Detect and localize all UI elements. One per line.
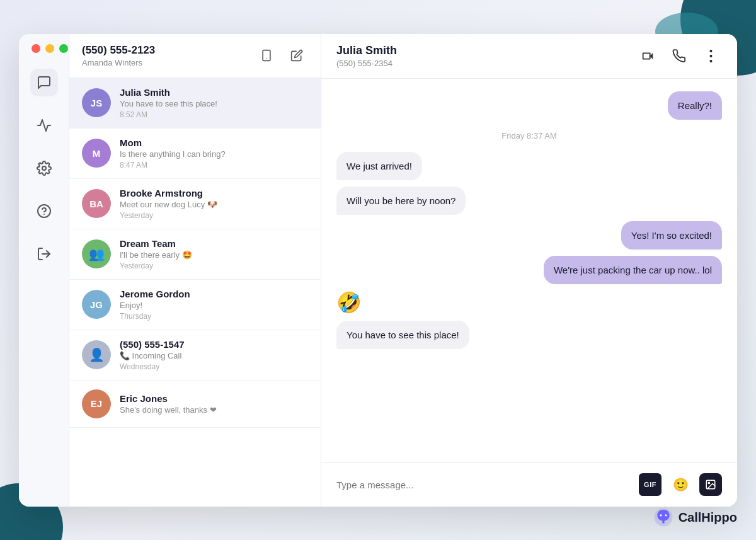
message-emoji: 🤣 — [336, 290, 362, 314]
conv-name-mom: Mom — [120, 137, 308, 148]
avatar-dream-team: 👥 — [82, 239, 111, 268]
sidebar-item-logout[interactable] — [30, 240, 58, 268]
avatar-jerome-gordon: JG — [82, 290, 111, 319]
conversations-panel: (550) 555-2123 Amanda Winters — [69, 34, 321, 507]
conv-name-eric-jones: Eric Jones — [120, 393, 308, 404]
video-call-button[interactable] — [636, 45, 659, 67]
conv-preview-julia-smith: You have to see this place! — [120, 99, 308, 108]
chat-panel: Julia Smith (550) 555-2354 ⋮ — [321, 34, 737, 507]
svg-point-10 — [665, 514, 667, 516]
conversations-header-info: (550) 555-2123 Amanda Winters — [82, 44, 155, 67]
dialpad-icon[interactable] — [255, 44, 278, 67]
message-noon: Will you be here by noon? — [336, 187, 466, 215]
sidebar-item-messages[interactable] — [30, 69, 58, 96]
conv-name-dream-team: Dream Team — [120, 238, 308, 249]
sidebar-item-activity[interactable] — [30, 112, 58, 139]
conv-details-jerome-gordon: Jerome Gordon Enjoy! Thursday — [120, 289, 308, 321]
conversations-list: JS Julia Smith You have to see this plac… — [69, 78, 321, 507]
chat-header: Julia Smith (550) 555-2354 ⋮ — [321, 34, 737, 79]
conv-time-unknown-caller: Wednesday — [120, 362, 308, 371]
conv-name-unknown-caller: (550) 555-1547 — [120, 339, 308, 350]
window-maximize-btn[interactable] — [59, 44, 68, 53]
conv-details-dream-team: Dream Team I'll be there early 🤩 Yesterd… — [120, 238, 308, 270]
conv-preview-brooke-armstrong: Meet our new dog Lucy 🐶 — [120, 200, 308, 209]
sidebar-item-settings[interactable] — [30, 154, 58, 182]
chat-contact-phone: (550) 555-2354 — [336, 59, 397, 68]
message-input[interactable] — [336, 480, 631, 490]
message-see-place: You have to see this place! — [336, 321, 469, 349]
avatar-eric-jones: EJ — [82, 389, 111, 418]
conv-preview-dream-team: I'll be there early 🤩 — [120, 250, 308, 260]
phone-call-button[interactable] — [668, 45, 690, 67]
avatar-mom: M — [82, 139, 111, 168]
message-packing: We're just packing the car up now.. lol — [544, 256, 722, 284]
conv-time-dream-team: Yesterday — [120, 261, 308, 270]
conv-item-brooke-armstrong[interactable]: BA Brooke Armstrong Meet our new dog Luc… — [69, 179, 321, 229]
conv-preview-eric-jones: She's doing well, thanks ❤ — [120, 405, 308, 415]
account-name: Amanda Winters — [82, 58, 155, 67]
conv-details-julia-smith: Julia Smith You have to see this place! … — [120, 87, 308, 119]
chat-contact-name: Julia Smith — [336, 44, 397, 57]
conv-time-brooke-armstrong: Yesterday — [120, 211, 308, 220]
conv-name-jerome-gordon: Jerome Gordon — [120, 289, 308, 299]
account-phone: (550) 555-2123 — [82, 44, 155, 57]
conv-name-brooke-armstrong: Brooke Armstrong — [120, 188, 308, 198]
brand-name-text: CallHippo — [679, 510, 737, 525]
svg-point-7 — [708, 482, 709, 483]
conv-item-jerome-gordon[interactable]: JG Jerome Gordon Enjoy! Thursday — [69, 280, 321, 330]
conv-time-julia-smith: 8:52 AM — [120, 110, 308, 119]
conv-time-mom: 8:47 AM — [120, 161, 308, 169]
window-minimize-btn[interactable] — [45, 44, 54, 53]
chat-header-actions: ⋮ — [636, 45, 722, 67]
conv-details-unknown-caller: (550) 555-1547 📞 Incoming Call Wednesday — [120, 339, 308, 371]
more-options-button[interactable]: ⋮ — [699, 45, 722, 67]
emoji-button[interactable]: 🙂 — [669, 473, 692, 496]
compose-icon[interactable] — [285, 44, 308, 67]
conv-preview-jerome-gordon: Enjoy! — [120, 301, 308, 310]
avatar-julia-smith: JS — [82, 88, 111, 117]
conv-details-eric-jones: Eric Jones She's doing well, thanks ❤ — [120, 393, 308, 415]
app-body: (550) 555-2123 Amanda Winters — [19, 34, 737, 507]
conv-time-jerome-gordon: Thursday — [120, 312, 308, 321]
conv-item-julia-smith[interactable]: JS Julia Smith You have to see this plac… — [69, 78, 321, 129]
svg-point-9 — [660, 514, 662, 516]
conv-item-dream-team[interactable]: 👥 Dream Team I'll be there early 🤩 Yeste… — [69, 229, 321, 280]
gif-button[interactable]: GIF — [639, 473, 662, 496]
message-excited: Yes! I'm so excited! — [621, 221, 722, 250]
branding: CallHippo — [653, 507, 737, 527]
avatar-unknown-caller: 👤 — [82, 340, 111, 369]
messages-area: Really?! Friday 8:37 AM We just arrived!… — [321, 79, 737, 462]
svg-rect-4 — [263, 50, 270, 61]
message-really: Really?! — [668, 91, 722, 120]
conv-item-mom[interactable]: M Mom Is there anything I can bring? 8:4… — [69, 129, 321, 179]
conv-item-eric-jones[interactable]: EJ Eric Jones She's doing well, thanks ❤ — [69, 381, 321, 428]
conv-name-julia-smith: Julia Smith — [120, 87, 308, 98]
image-button[interactable] — [699, 473, 722, 496]
window-close-btn[interactable] — [32, 44, 40, 53]
sidebar-item-help[interactable] — [30, 197, 58, 225]
conversations-header: (550) 555-2123 Amanda Winters — [69, 34, 321, 78]
conv-preview-unknown-caller: 📞 Incoming Call — [120, 351, 308, 360]
avatar-brooke-armstrong: BA — [82, 189, 111, 218]
message-timestamp-friday: Friday 8:37 AM — [336, 131, 722, 141]
conv-preview-mom: Is there anything I can bring? — [120, 149, 308, 159]
message-input-area: GIF 🙂 — [321, 462, 737, 507]
svg-point-0 — [42, 166, 46, 170]
sidebar — [19, 34, 69, 507]
window-controls — [32, 44, 68, 53]
conv-details-mom: Mom Is there anything I can bring? 8:47 … — [120, 137, 308, 169]
conversations-header-actions — [255, 44, 308, 67]
message-arrived: We just arrived! — [336, 152, 422, 180]
conv-item-unknown-caller[interactable]: 👤 (550) 555-1547 📞 Incoming Call Wednesd… — [69, 330, 321, 381]
chat-contact-info: Julia Smith (550) 555-2354 — [336, 44, 397, 68]
conv-details-brooke-armstrong: Brooke Armstrong Meet our new dog Lucy 🐶… — [120, 188, 308, 220]
callhippo-logo — [653, 507, 673, 527]
app-window: (550) 555-2123 Amanda Winters — [19, 34, 737, 507]
